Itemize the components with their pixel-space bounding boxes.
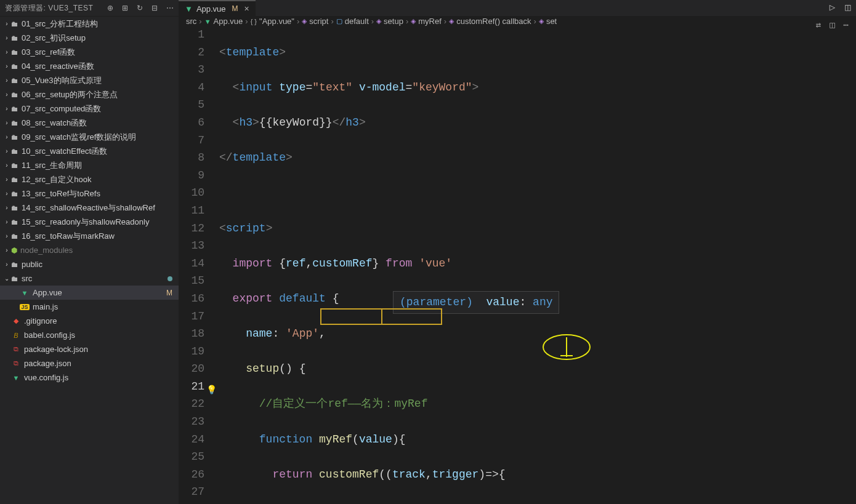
tab-modified: M (232, 4, 238, 13)
line-gutter: 12345 678910 1112131415 1617181920 21222… (179, 26, 216, 504)
editor[interactable]: 12345 678910 1112131415 1617181920 21222… (179, 26, 856, 504)
folder-item[interactable]: ›🖿07_src_computed函数 (0, 102, 179, 116)
editor-area: ⇄ ◫ ⋯ src› ▼App.vue› { }"App.vue"› ◈scri… (179, 17, 856, 504)
file-babel-config[interactable]: Bbabel.config.js (0, 328, 179, 342)
more-icon[interactable]: ⋯ (166, 4, 174, 12)
folder-item[interactable]: ›🖿public (0, 257, 179, 271)
editor-run-controls: ▷ ◫ (830, 1, 851, 14)
bc-root[interactable]: "App.vue" (259, 17, 294, 26)
folder-item[interactable]: ›🖿11_src_生命周期 (0, 158, 179, 172)
close-icon[interactable]: × (244, 4, 249, 14)
folder-item[interactable]: ›🖿08_src_watch函数 (0, 116, 179, 130)
file-package-json[interactable]: ⧉package.json (0, 356, 179, 370)
explorer-title: 资源管理器: VUE3_TEST (5, 3, 93, 14)
title-bar: 资源管理器: VUE3_TEST ⊕ ⊞ ↻ ⊟ ⋯ ▼ App.vue M ×… (0, 0, 856, 17)
folder-item[interactable]: ›🖿09_src_watch监视ref数据的说明 (0, 130, 179, 144)
hand-annotation (473, 315, 527, 345)
folder-item[interactable]: ›🖿13_src_toRef与toRefs (0, 186, 179, 201)
folder-item[interactable]: ›🖿12_src_自定义hook (0, 172, 179, 186)
folder-item[interactable]: ›🖿04_src_reactive函数 (0, 59, 179, 73)
parameter-hint: (parameter) value: any (393, 291, 559, 314)
collapse-icon[interactable]: ⊟ (151, 4, 158, 12)
folder-item[interactable]: ›🖿06_src_setup的两个注意点 (0, 87, 179, 102)
folder-item[interactable]: ›🖿16_src_toRaw与markRaw (0, 229, 179, 243)
bc-file[interactable]: App.vue (214, 17, 243, 26)
file-vue-config[interactable]: ▼vue.config.js (0, 370, 179, 385)
bc-src[interactable]: src (186, 17, 196, 26)
run-icon[interactable]: ▷ (830, 1, 836, 14)
folder-item[interactable]: ›🖿15_src_readonly与shallowReadonly (0, 215, 179, 229)
tab-label: App.vue (196, 4, 226, 14)
code-body[interactable]: <template> <input type="text" v-model="k… (216, 26, 856, 504)
new-folder-icon[interactable]: ⊞ (122, 4, 128, 12)
folder-item[interactable]: ›🖿02_src_初识setup (0, 31, 179, 45)
tab-bar: ▼ App.vue M × (179, 0, 256, 16)
vue-icon: ▼ (185, 4, 193, 14)
file-main-js[interactable]: JSmain.js (0, 300, 179, 314)
bc-callback[interactable]: customRef() callback (456, 17, 531, 26)
bc-script[interactable]: script (309, 17, 328, 26)
split-icon[interactable]: ◫ (845, 1, 851, 14)
folder-item[interactable]: ›🖿10_src_watchEffect函数 (0, 144, 179, 158)
bc-setup[interactable]: setup (384, 17, 403, 26)
folder-item[interactable]: ›⬢node_modules (0, 243, 179, 257)
file-app-vue[interactable]: ▼App.vueM (0, 286, 179, 300)
folder-item[interactable]: ›🖿05_Vue3的响应式原理 (0, 73, 179, 87)
bc-set[interactable]: set (546, 17, 557, 26)
folder-src[interactable]: ⌄🖿src (0, 271, 179, 286)
folder-item[interactable]: ›🖿01_src_分析工程结构 (0, 17, 179, 31)
breadcrumb[interactable]: src› ▼App.vue› { }"App.vue"› ◈script› ▢d… (179, 17, 856, 26)
bc-default[interactable]: default (345, 17, 369, 26)
file-package-lock[interactable]: ⧉package-lock.json (0, 342, 179, 356)
tab-app-vue[interactable]: ▼ App.vue M × (179, 0, 256, 16)
file-gitignore[interactable]: ◆.gitignore (0, 314, 179, 328)
explorer-sidebar[interactable]: ›🖿01_src_分析工程结构 ›🖿02_src_初识setup ›🖿03_sr… (0, 17, 179, 504)
refresh-icon[interactable]: ↻ (137, 4, 143, 12)
new-file-icon[interactable]: ⊕ (107, 4, 113, 12)
bc-myref[interactable]: myRef (418, 17, 442, 26)
folder-item[interactable]: ›🖿03_src_ref函数 (0, 45, 179, 59)
explorer-header: 资源管理器: VUE3_TEST ⊕ ⊞ ↻ ⊟ ⋯ (0, 0, 179, 16)
folder-item[interactable]: ›🖿14_src_shallowReactive与shallowRef (0, 201, 179, 215)
